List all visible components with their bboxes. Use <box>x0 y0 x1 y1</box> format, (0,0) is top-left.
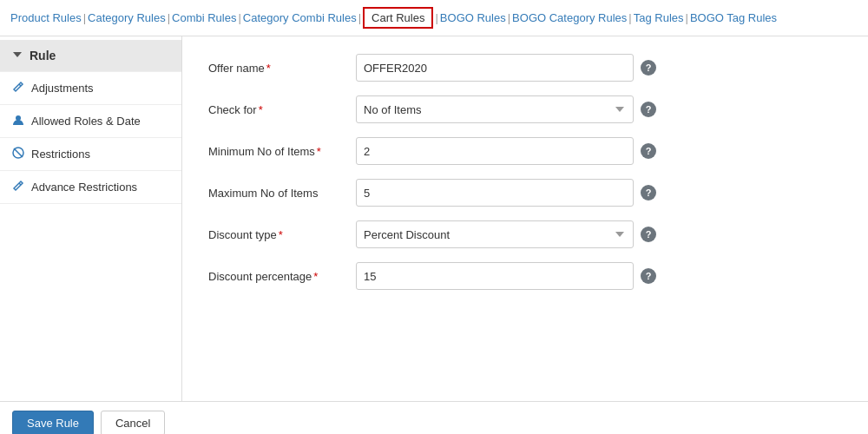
offer-name-input[interactable] <box>356 54 634 82</box>
offer-name-label: Offer name* <box>208 62 356 75</box>
nav-separator: | <box>686 11 688 24</box>
sidebar-item-restrictions[interactable]: Restrictions <box>0 138 181 171</box>
discount-type-select[interactable]: Percent Discount Fixed Discount Fixed Pr… <box>356 220 634 248</box>
footer: Save Rule Cancel <box>0 401 868 434</box>
nav-separator: | <box>508 11 510 24</box>
sidebar-icon-2 <box>12 114 24 128</box>
sidebar-icon-3 <box>12 147 24 161</box>
max-items-label: Maximum No of Items <box>208 187 356 200</box>
sidebar-item-label-2: Allowed Roles & Date <box>31 115 141 128</box>
svg-line-4 <box>14 148 23 157</box>
svg-line-1 <box>19 84 21 86</box>
discount-pct-label: Discount percentage* <box>208 270 356 283</box>
min-items-row: Minimum No of Items* ? <box>208 137 842 165</box>
check-for-row: Check for* No of Items Cart Total Cart Q… <box>208 95 842 123</box>
nav-separator: | <box>168 11 170 24</box>
nav-item-category-rules[interactable]: Category Rules <box>88 11 166 24</box>
discount-pct-help-icon[interactable]: ? <box>641 268 656 284</box>
nav-item-bogo-category-rules[interactable]: BOGO Category Rules <box>512 11 627 24</box>
nav-item-combi-rules[interactable]: Combi Rules <box>172 11 236 24</box>
max-items-row: Maximum No of Items ? <box>208 179 842 207</box>
check-for-select[interactable]: No of Items Cart Total Cart Quantity <box>356 95 634 123</box>
sidebar-icon-0 <box>12 49 23 62</box>
svg-line-5 <box>19 183 21 185</box>
nav-separator: | <box>238 11 240 24</box>
min-items-label: Minimum No of Items* <box>208 145 356 158</box>
sidebar-item-label-3: Restrictions <box>31 148 90 161</box>
main-container: RuleAdjustmentsAllowed Roles & DateRestr… <box>0 36 868 401</box>
nav-item-cart-rules[interactable]: Cart Rules <box>363 7 433 29</box>
nav-separator: | <box>628 11 631 24</box>
min-items-input[interactable] <box>356 137 634 165</box>
sidebar-item-allowed-roles-date[interactable]: Allowed Roles & Date <box>0 105 181 138</box>
nav-item-bogo-tag-rules[interactable]: BOGO Tag Rules <box>690 11 777 24</box>
svg-marker-0 <box>13 52 22 57</box>
sidebar-item-rule[interactable]: Rule <box>0 40 181 72</box>
nav-separator: | <box>358 11 361 24</box>
discount-type-label: Discount type* <box>208 228 356 241</box>
sidebar-item-label-4: Advance Restrictions <box>31 181 137 194</box>
offer-name-help-icon[interactable]: ? <box>641 60 656 76</box>
sidebar-item-label-1: Adjustments <box>31 82 94 95</box>
sidebar-item-label-0: Rule <box>30 49 56 62</box>
sidebar-icon-4 <box>12 180 24 194</box>
nav-separator: | <box>83 11 86 24</box>
sidebar: RuleAdjustmentsAllowed Roles & DateRestr… <box>0 36 182 401</box>
content-area: Offer name* ? Check for* No of Items Car… <box>182 36 868 401</box>
nav-item-bogo-rules[interactable]: BOGO Rules <box>440 11 506 24</box>
save-rule-button[interactable]: Save Rule <box>12 411 94 434</box>
nav-separator: | <box>435 11 437 24</box>
discount-type-row: Discount type* Percent Discount Fixed Di… <box>208 220 842 248</box>
discount-pct-row: Discount percentage* ? <box>208 262 842 290</box>
check-for-label: Check for* <box>208 103 356 116</box>
nav-item-category-combi-rules[interactable]: Category Combi Rules <box>243 11 357 24</box>
sidebar-item-advance-restrictions[interactable]: Advance Restrictions <box>0 171 181 204</box>
discount-pct-input[interactable] <box>356 262 634 290</box>
nav-item-tag-rules[interactable]: Tag Rules <box>634 11 684 24</box>
check-for-help-icon[interactable]: ? <box>641 102 656 117</box>
cancel-button[interactable]: Cancel <box>101 411 165 434</box>
sidebar-item-adjustments[interactable]: Adjustments <box>0 72 181 105</box>
min-items-help-icon[interactable]: ? <box>641 143 656 159</box>
top-nav: Product Rules |Category Rules |Combi Rul… <box>0 0 868 36</box>
sidebar-icon-1 <box>12 81 24 95</box>
max-items-input[interactable] <box>356 179 634 207</box>
discount-type-help-icon[interactable]: ? <box>641 227 656 242</box>
max-items-help-icon[interactable]: ? <box>641 185 656 201</box>
offer-name-row: Offer name* ? <box>208 54 842 82</box>
nav-item-product-rules[interactable]: Product Rules <box>10 11 82 24</box>
